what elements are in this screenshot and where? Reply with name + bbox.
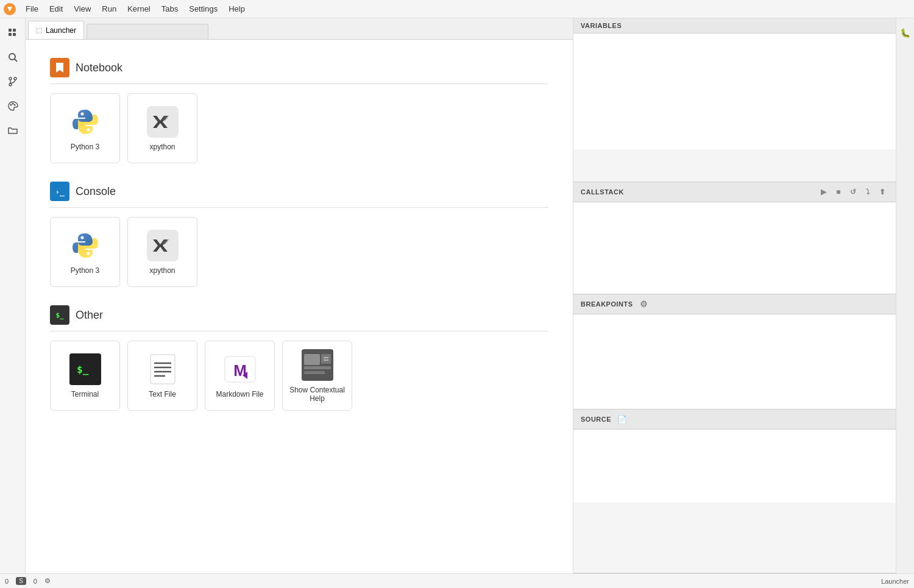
callstack-toolbar: ▶ ■ ↺ ⤵ ⬆ xyxy=(818,186,888,198)
sidebar-icon-search[interactable] xyxy=(3,48,23,67)
right-sidebar: 🐛 xyxy=(896,18,914,573)
callstack-step-up-btn[interactable]: ⬆ xyxy=(876,186,888,198)
tab-launcher-icon: ⬚ xyxy=(36,26,42,34)
breakpoints-section: BREAKPOINTS ⚙ xyxy=(573,294,896,409)
notebook-cards: Python 3 xpython xyxy=(50,93,548,163)
sidebar-icon-files[interactable] xyxy=(3,23,23,43)
contextual-help-label: Show Contextual Help xyxy=(288,386,347,403)
other-cards: $_ Terminal xyxy=(50,341,548,411)
menu-settings[interactable]: Settings xyxy=(184,3,222,15)
tab-inactive[interactable] xyxy=(87,24,208,39)
console-cards: Python 3 xpython xyxy=(50,217,548,287)
svg-point-12 xyxy=(12,103,13,105)
menu-help[interactable]: Help xyxy=(224,3,250,15)
console-section-icon: ›_ xyxy=(50,182,69,201)
menu-run[interactable]: Run xyxy=(97,3,121,15)
svg-rect-3 xyxy=(13,29,16,32)
terminal-label: Terminal xyxy=(71,390,99,398)
svg-point-13 xyxy=(13,104,15,106)
callstack-stop-btn[interactable]: ■ xyxy=(832,186,845,198)
other-section-icon: $_ xyxy=(50,305,69,325)
notebook-xpython-card[interactable]: xpython xyxy=(127,93,197,163)
status-gear-icon[interactable]: ⚙ xyxy=(44,577,51,585)
breakpoints-header: BREAKPOINTS ⚙ xyxy=(573,294,896,314)
notebook-python3-card[interactable]: Python 3 xyxy=(50,93,120,163)
status-launcher-label: Launcher xyxy=(881,578,909,585)
section-notebook-header: Notebook xyxy=(50,58,548,84)
left-sidebar xyxy=(0,18,26,573)
svg-point-15 xyxy=(80,112,83,115)
other-section-title: Other xyxy=(76,309,103,322)
launcher-panel: Notebook xyxy=(26,40,573,573)
breakpoints-settings-btn[interactable]: ⚙ xyxy=(638,298,650,310)
callstack-play-btn[interactable]: ▶ xyxy=(818,186,830,198)
svg-rect-33 xyxy=(304,371,325,374)
console-xpython-label: xpython xyxy=(149,266,175,275)
status-warning-count: 0 xyxy=(34,578,37,585)
markdown-card[interactable]: M Markdown File xyxy=(205,341,275,411)
svg-rect-34 xyxy=(321,354,331,364)
sidebar-icon-folder[interactable] xyxy=(3,121,23,140)
menubar: File Edit View Run Kernel Tabs Settings … xyxy=(0,0,914,18)
svg-point-16 xyxy=(87,128,90,131)
notebook-section-icon xyxy=(50,58,69,77)
console-python3-label: Python 3 xyxy=(71,266,99,275)
right-sidebar-debug-icon[interactable]: 🐛 xyxy=(896,23,915,43)
svg-rect-2 xyxy=(9,33,12,36)
svg-point-19 xyxy=(87,252,90,255)
section-other: $_ Other $_ Terminal xyxy=(50,305,548,411)
menu-edit[interactable]: Edit xyxy=(44,3,68,15)
breakpoints-title: BREAKPOINTS xyxy=(581,300,633,308)
console-python3-card[interactable]: Python 3 xyxy=(50,217,120,287)
menu-view[interactable]: View xyxy=(69,3,96,15)
status-bar: 0 S 0 ⚙ Launcher xyxy=(0,573,914,588)
markdown-label: Markdown File xyxy=(216,390,263,398)
notebook-section-title: Notebook xyxy=(76,62,122,74)
svg-line-6 xyxy=(15,59,17,62)
menu-kernel[interactable]: Kernel xyxy=(122,3,155,15)
tabs-bar: ⬚ Launcher xyxy=(26,18,573,40)
status-kernel-indicator[interactable]: S xyxy=(16,577,26,585)
markdown-icon: M xyxy=(224,353,256,385)
console-xpython-card[interactable]: xpython xyxy=(127,217,197,287)
status-right: Launcher xyxy=(881,578,909,585)
textfile-label: Text File xyxy=(149,390,176,398)
source-content xyxy=(573,430,896,503)
contextual-help-card[interactable]: Show Contextual Help xyxy=(282,341,352,411)
status-error-count: 0 xyxy=(5,578,9,585)
console-section-title: Console xyxy=(76,185,116,198)
sidebar-icon-git[interactable] xyxy=(3,72,23,91)
svg-rect-1 xyxy=(9,29,12,32)
source-section: SOURCE 📄 xyxy=(573,409,896,573)
source-title: SOURCE xyxy=(581,416,611,423)
svg-rect-4 xyxy=(13,33,16,36)
menu-tabs[interactable]: Tabs xyxy=(157,3,183,15)
variables-section: VARIABLES xyxy=(573,18,896,182)
svg-point-9 xyxy=(9,83,12,86)
source-header: SOURCE 📄 xyxy=(573,409,896,430)
section-console: ›_ Console Python 3 xyxy=(50,182,548,287)
callstack-restart-btn[interactable]: ↺ xyxy=(847,186,859,198)
terminal-card[interactable]: $_ Terminal xyxy=(50,341,120,411)
tab-launcher[interactable]: ⬚ Launcher xyxy=(28,21,84,39)
svg-rect-23 xyxy=(151,355,175,384)
svg-text:$_: $_ xyxy=(77,364,89,375)
textfile-card[interactable]: Text File xyxy=(127,341,197,411)
sidebar-icon-palette[interactable] xyxy=(3,96,23,116)
section-other-header: $_ Other xyxy=(50,305,548,331)
menu-file[interactable]: File xyxy=(21,3,43,15)
notebook-python3-label: Python 3 xyxy=(71,143,99,151)
variables-title: VARIABLES xyxy=(581,22,622,29)
breakpoints-content xyxy=(573,314,896,409)
callstack-section: CALLSTACK ▶ ■ ↺ ⤵ ⬆ xyxy=(573,182,896,294)
svg-point-8 xyxy=(14,77,16,80)
variables-content xyxy=(573,34,896,149)
svg-point-18 xyxy=(80,236,83,239)
source-settings-btn[interactable]: 📄 xyxy=(616,413,628,425)
callstack-step-over-btn[interactable]: ⤵ xyxy=(862,186,874,198)
callstack-header: CALLSTACK ▶ ■ ↺ ⤵ ⬆ xyxy=(573,182,896,202)
svg-point-7 xyxy=(9,77,12,80)
app-logo xyxy=(2,2,17,16)
callstack-title: CALLSTACK xyxy=(581,188,624,196)
right-panel: VARIABLES CALLSTACK ▶ ■ ↺ ⤵ ⬆ xyxy=(573,18,896,573)
